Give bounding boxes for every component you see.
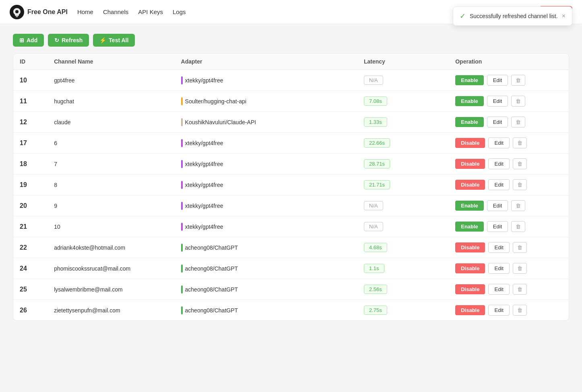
disable-button[interactable]: Disable (455, 305, 485, 315)
edit-button[interactable]: Edit (488, 179, 509, 190)
edit-button[interactable]: Edit (487, 117, 508, 127)
adapter-color-bar (181, 97, 183, 105)
delete-button[interactable]: 🗑 (513, 138, 527, 148)
edit-button[interactable]: Edit (487, 200, 508, 211)
disable-button[interactable]: Disable (455, 263, 485, 273)
adapter-color-bar (181, 285, 183, 293)
cell-adapter: KoushikNavuluri/Claude-API (175, 112, 357, 133)
cell-latency: 2.56s (357, 279, 449, 300)
row-id-value: 20 (20, 202, 27, 209)
row-id-value: 22 (20, 244, 27, 251)
delete-button[interactable]: 🗑 (513, 158, 527, 169)
nav-api-keys[interactable]: API Keys (138, 8, 163, 15)
cell-latency: 2.75s (357, 300, 449, 321)
adapter-color-bar (181, 223, 183, 231)
cell-adapter: acheong08/ChatGPT (175, 258, 357, 279)
enable-button[interactable]: Enable (455, 222, 484, 232)
edit-button[interactable]: Edit (487, 221, 508, 232)
enable-button[interactable]: Enable (455, 201, 484, 211)
cell-operation: EnableEdit🗑 (449, 70, 569, 91)
cell-adapter: acheong08/ChatGPT (175, 279, 357, 300)
row-id-value: 19 (20, 181, 27, 188)
delete-button[interactable]: 🗑 (513, 179, 527, 190)
edit-button[interactable]: Edit (488, 284, 509, 295)
edit-button[interactable]: Edit (488, 305, 509, 316)
nav-logs[interactable]: Logs (173, 8, 186, 15)
disable-button[interactable]: Disable (455, 180, 485, 190)
cell-latency: 1.33s (357, 112, 449, 133)
adapter-text: acheong08/ChatGPT (185, 244, 238, 251)
add-button[interactable]: ⊞ Add (13, 34, 44, 47)
latency-badge: 7.08s (364, 96, 387, 106)
adapter-color-bar (181, 265, 183, 273)
nav-home[interactable]: Home (77, 8, 93, 15)
adapter-color-bar (181, 76, 183, 84)
latency-badge: 22.66s (364, 138, 390, 148)
disable-button[interactable]: Disable (455, 159, 485, 169)
adapter-text: xtekky/gpt4free (185, 161, 223, 167)
latency-badge: 21.71s (364, 180, 390, 189)
cell-id: 11 (13, 91, 47, 112)
row-id-value: 18 (20, 160, 27, 167)
cell-channel-name: 6 (47, 133, 174, 154)
cell-operation: DisableEdit🗑 (449, 300, 569, 321)
test-all-label: Test All (109, 37, 128, 43)
cell-latency: 22.66s (357, 133, 449, 154)
adapter-color-bar (181, 202, 183, 210)
enable-button[interactable]: Enable (455, 117, 484, 127)
delete-button[interactable]: 🗑 (511, 117, 525, 127)
adapter-text: xtekky/gpt4free (185, 224, 223, 230)
cell-channel-name: 9 (47, 195, 174, 216)
cell-id: 10 (13, 70, 47, 91)
cell-latency: N/A (357, 195, 449, 216)
delete-button[interactable]: 🗑 (513, 263, 527, 274)
cell-latency: N/A (357, 216, 449, 237)
enable-button[interactable]: Enable (455, 75, 484, 85)
edit-button[interactable]: Edit (488, 263, 509, 274)
cell-operation: DisableEdit🗑 (449, 279, 569, 300)
edit-button[interactable]: Edit (488, 138, 509, 148)
delete-button[interactable]: 🗑 (513, 242, 527, 253)
cell-channel-name: adriank4okste@hotmail.com (47, 237, 174, 258)
disable-button[interactable]: Disable (455, 138, 485, 148)
edit-button[interactable]: Edit (488, 242, 509, 253)
cell-adapter: acheong08/ChatGPT (175, 300, 357, 321)
table-row: 187xtekky/gpt4free28.71sDisableEdit🗑 (13, 154, 569, 174)
disable-button[interactable]: Disable (455, 284, 485, 294)
cell-id: 18 (13, 154, 47, 174)
adapter-text: xtekky/gpt4free (185, 140, 223, 146)
table-row: 11hugchatSoulter/hugging-chat-api7.08sEn… (13, 91, 569, 112)
delete-button[interactable]: 🗑 (511, 75, 525, 86)
cell-operation: EnableEdit🗑 (449, 216, 569, 237)
delete-button[interactable]: 🗑 (513, 305, 527, 316)
edit-button[interactable]: Edit (487, 75, 508, 86)
enable-button[interactable]: Enable (455, 96, 484, 106)
toast-message: Successfully refreshed channel list. (470, 13, 558, 19)
latency-badge: 2.56s (364, 285, 387, 294)
cell-latency: 28.71s (357, 154, 449, 174)
edit-button[interactable]: Edit (487, 96, 508, 107)
disable-button[interactable]: Disable (455, 242, 485, 252)
cell-id: 12 (13, 112, 47, 133)
test-all-button[interactable]: ⚡ Test All (93, 34, 135, 47)
toast-success-icon: ✓ (460, 12, 466, 21)
delete-button[interactable]: 🗑 (511, 96, 525, 107)
channels-table: ID Channel Name Adapter Latency Operatio… (13, 53, 569, 320)
delete-button[interactable]: 🗑 (511, 200, 525, 211)
cell-id: 19 (13, 174, 47, 195)
add-icon: ⊞ (19, 37, 24, 43)
nav-channels[interactable]: Channels (103, 8, 128, 15)
latency-badge: N/A (364, 76, 383, 85)
edit-button[interactable]: Edit (488, 158, 509, 169)
cell-id: 17 (13, 133, 47, 154)
latency-badge: 4.68s (364, 243, 387, 252)
delete-button[interactable]: 🗑 (511, 221, 525, 232)
cell-adapter: xtekky/gpt4free (175, 70, 357, 91)
adapter-color-bar (181, 118, 183, 126)
delete-button[interactable]: 🗑 (513, 284, 527, 295)
toast-close-button[interactable]: × (562, 12, 565, 20)
refresh-button[interactable]: ↻ Refresh (48, 34, 89, 47)
cell-channel-name: zietettysenpufn@mail.com (47, 300, 174, 321)
adapter-text: acheong08/ChatGPT (185, 265, 238, 272)
cell-operation: EnableEdit🗑 (449, 91, 569, 112)
